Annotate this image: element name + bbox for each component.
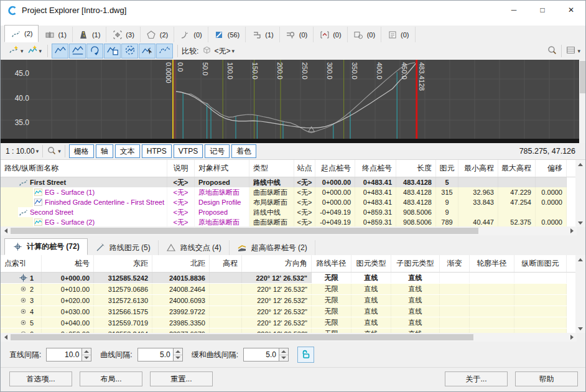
tab-alignments[interactable]: (2) [4, 25, 39, 42]
column-header[interactable]: 长度 [396, 160, 436, 177]
layout-button[interactable]: 布局... [80, 371, 142, 386]
profile-display-toggle-2[interactable] [69, 44, 86, 58]
profile-display-toggle-4[interactable] [104, 44, 121, 58]
scrollbar-thumb[interactable] [11, 334, 473, 340]
tab-assemblies[interactable]: (1) [39, 27, 72, 42]
scroll-right-arrow[interactable] [567, 226, 577, 235]
table-row[interactable]: 60+050.00312553.246423977.6979220° 12' 2… [1, 329, 577, 333]
tab-corridors[interactable]: (1) [73, 27, 106, 42]
station-table-hscrollbar[interactable] [1, 333, 577, 342]
column-header[interactable]: 点索引 [1, 255, 42, 272]
column-header[interactable]: 图元 [436, 160, 458, 177]
step-up-button[interactable] [174, 348, 182, 355]
chevron-down-icon[interactable]: ▾ [58, 148, 61, 154]
column-header[interactable]: 最小高程 [458, 160, 498, 177]
preferences-button[interactable]: 首选项... [9, 371, 72, 386]
profile-display-toggle-3[interactable] [86, 44, 103, 58]
step-up-button[interactable] [82, 348, 91, 355]
spiral-interval-value[interactable]: 5.0 [243, 348, 279, 362]
column-header[interactable]: 桩号 [42, 255, 94, 272]
scroll-down-arrow[interactable] [575, 324, 585, 333]
column-header[interactable]: 说明 [167, 160, 195, 177]
scrollbar-thumb[interactable] [11, 228, 478, 234]
column-header[interactable]: 东距 [94, 255, 152, 272]
layout-list-icon[interactable] [565, 45, 576, 57]
profile-display-toggle-5[interactable] [121, 44, 138, 58]
scroll-up-arrow[interactable] [575, 255, 585, 264]
alignment-table-vscrollbar[interactable] [575, 160, 585, 227]
chevron-down-icon[interactable]: ▾ [36, 148, 39, 154]
table-row[interactable]: Finished Grade Centerline - First Street… [1, 197, 577, 207]
column-header[interactable]: 高程 [210, 255, 242, 272]
column-header[interactable]: 路线半径 [312, 255, 351, 272]
step-down-button[interactable] [82, 355, 91, 362]
minimize-button[interactable]: ─ [500, 1, 528, 19]
tab-pipe-networks[interactable]: (1) [246, 27, 279, 42]
column-header[interactable]: 纵断面图元 [514, 255, 567, 272]
interval-lock-button[interactable] [297, 347, 314, 363]
chevron-down-icon[interactable]: ▾ [231, 48, 235, 54]
view-toggle-1[interactable]: 栅格 [69, 144, 94, 158]
tab-computed-stations[interactable]: 计算的桩号 (72) [4, 238, 88, 255]
scroll-left-arrow[interactable] [1, 226, 11, 235]
step-down-button[interactable] [279, 355, 288, 362]
view-toggle-3[interactable]: 文本 [115, 144, 140, 158]
scroll-up-arrow[interactable] [575, 160, 585, 169]
column-header[interactable]: 起点桩号 [315, 160, 355, 177]
column-header[interactable]: 类型 [249, 160, 294, 177]
view-toggle-5[interactable]: VTPS [174, 144, 203, 158]
alignment-table-hscrollbar[interactable] [1, 226, 577, 235]
spiral-interval-input[interactable]: 5.0 [243, 348, 289, 362]
tab-pressure-networks[interactable]: (0) [280, 27, 314, 42]
table-row[interactable]: First Street<无>Proposed路线中线<无>0+000.000+… [1, 177, 577, 187]
table-row[interactable]: 20+010.00312579.068624008.2464220° 12' 2… [1, 284, 577, 295]
profile-display-toggle-7[interactable] [156, 44, 173, 58]
curve-interval-value[interactable]: 5.0 [137, 348, 174, 362]
tab-sample-lines[interactable]: (0) [348, 27, 381, 42]
view-toggle-7[interactable]: 着色 [231, 144, 256, 158]
close-button[interactable]: ✕ [557, 1, 585, 19]
table-row[interactable]: Second Street<无>Proposed路线中线<无>-0+049.19… [1, 207, 577, 217]
tab-layouts[interactable]: (0) [381, 27, 415, 42]
table-row[interactable]: 50+040.00312559.701923985.3350220° 12' 2… [1, 317, 577, 329]
step-down-button[interactable] [174, 355, 182, 362]
table-row[interactable]: EG - Surface (2)<无>原地面纵断面曲面纵断面<无>-0+049.… [1, 217, 577, 227]
column-header[interactable]: 站点 [294, 160, 315, 177]
column-header[interactable]: 终点桩号 [355, 160, 396, 177]
curve-interval-input[interactable]: 5.0 [137, 348, 183, 362]
view-toggle-4[interactable]: HTPS [142, 144, 172, 158]
profile-view-scrollbar[interactable] [579, 60, 586, 143]
column-header[interactable]: 偏移 [536, 160, 567, 177]
create-profile-button[interactable]: ▾ [26, 44, 44, 58]
scrollbar-thumb[interactable] [580, 61, 586, 93]
view-toggle-6[interactable]: 记号 [205, 144, 230, 158]
tab-feature-lines[interactable]: (0) [174, 27, 208, 42]
column-header[interactable]: 路线/纵断面名称 [1, 160, 167, 177]
chevron-down-icon[interactable]: ▾ [577, 48, 580, 54]
table-row[interactable]: EG - Surface (1)<无>原地面纵断面曲面纵断面<无>0+000.0… [1, 187, 577, 197]
help-button[interactable]: 帮助 [515, 371, 578, 386]
zoom-icon[interactable] [47, 146, 57, 157]
station-table-vscrollbar[interactable] [575, 255, 585, 333]
table-row[interactable]: 10+000.00312585.524224015.8836220° 12' 2… [1, 273, 577, 284]
table-row[interactable]: 40+030.00312566.157523992.9722220° 12' 2… [1, 306, 577, 317]
about-button[interactable]: 关于... [445, 371, 508, 386]
maximize-button[interactable]: □ [528, 1, 557, 19]
scale-select[interactable]: 1 : 10.00 [6, 147, 35, 156]
profile-display-toggle-6[interactable] [139, 44, 156, 58]
column-header[interactable]: 渐变 [440, 255, 470, 272]
scroll-down-arrow[interactable] [575, 218, 585, 227]
create-alignment-button[interactable]: ▾ [7, 44, 26, 58]
step-up-button[interactable] [279, 348, 288, 355]
scroll-right-arrow[interactable] [567, 333, 577, 342]
column-header[interactable]: 方向角 [242, 255, 312, 272]
profile-view-chart[interactable]: 45.040.035.00.050.0100.0150.0200.0250.03… [1, 60, 586, 143]
view-toggle-2[interactable]: 轴 [96, 144, 113, 158]
column-header[interactable]: 图元类型 [351, 255, 391, 272]
tab-parcels[interactable]: (2) [141, 27, 174, 42]
scroll-left-arrow[interactable] [1, 333, 11, 342]
line-interval-input[interactable]: 10.0 [46, 348, 91, 362]
tab-alignment-elements[interactable]: 路线图元 (5) [88, 240, 159, 255]
tab-points[interactable]: (3) [106, 27, 140, 42]
compare-value[interactable]: <无> [214, 46, 230, 57]
